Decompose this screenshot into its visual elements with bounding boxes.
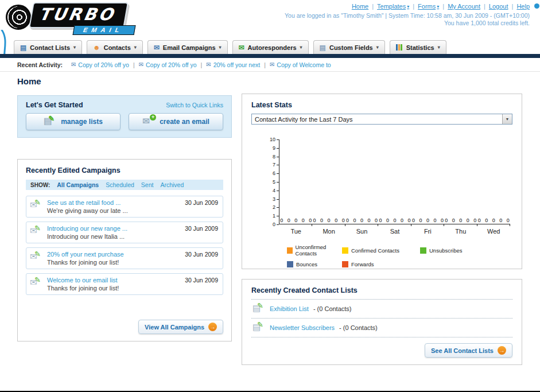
campaign-date: 30 Jun 2009 bbox=[185, 225, 218, 232]
tab-autoresponders[interactable]: ✉ Autoresponders ▾ bbox=[232, 40, 309, 54]
chart-category-label: Wed bbox=[477, 226, 510, 235]
legend-label: Bounces bbox=[296, 261, 317, 267]
turbo-email-logo[interactable]: TURBO EMAIL bbox=[6, 2, 161, 34]
contact-list-row[interactable]: ▤ ✎ Exhibition List - (0 Contacts) bbox=[251, 299, 512, 318]
stats-range-select[interactable]: Contact Activity for the Last 7 Days ▼ bbox=[251, 114, 512, 125]
recent-activity-item[interactable]: ✉ Copy of 20% off yo bbox=[139, 61, 197, 68]
recent-activity-item[interactable]: ✉ 20% off your next bbox=[206, 61, 260, 68]
contact-lists-title: Recently Created Contact Lists bbox=[251, 286, 512, 294]
legend-item: Confirmed Contacts bbox=[342, 244, 420, 257]
switch-quick-links-link[interactable]: Switch to Quick Links bbox=[166, 102, 223, 108]
chart-y-tick-label: 0 bbox=[273, 222, 279, 227]
tab-label: Contacts bbox=[104, 44, 131, 51]
header-link-forms[interactable]: Forms▾ bbox=[418, 3, 439, 10]
latest-stats-title: Latest Stats bbox=[251, 101, 512, 109]
tab-statistics[interactable]: Statistics ▾ bbox=[390, 40, 446, 54]
separator: | bbox=[442, 3, 444, 10]
campaign-title-link[interactable]: See us at the retail food ... bbox=[47, 199, 121, 206]
tab-contact-lists[interactable]: ▤ Contact Lists ▾ bbox=[14, 40, 82, 54]
legend-label: Forwards bbox=[351, 261, 374, 267]
campaigns-filter-bar: SHOW: All Campaigns Scheduled Sent Archi… bbox=[26, 180, 223, 190]
contact-list-count: - (0 Contacts) bbox=[313, 305, 352, 312]
legend-item: Forwards bbox=[342, 261, 420, 267]
filter-all-campaigns[interactable]: All Campaigns bbox=[57, 181, 99, 188]
logo-text-turbo: TURBO bbox=[29, 2, 129, 28]
chart-y-tick-label: 1 bbox=[273, 214, 279, 219]
campaign-title-link[interactable]: 20% off your next purchase bbox=[47, 251, 124, 258]
chart-y-tick-label: 5 bbox=[273, 180, 279, 185]
main-navigation: ▤ Contact Lists ▾ ☻ Contacts ▾ ✉ Email C… bbox=[0, 40, 540, 54]
legend-swatch bbox=[287, 261, 293, 267]
chart-value-labels: 0 0 0 0 0 bbox=[312, 218, 345, 223]
tab-label: Statistics bbox=[406, 44, 434, 51]
tab-label: Custom Fields bbox=[329, 44, 373, 51]
latest-stats-panel: Latest Stats Contact Activity for the La… bbox=[242, 94, 522, 269]
chart-value-labels: 0 0 0 0 0 bbox=[444, 218, 477, 223]
tab-contacts[interactable]: ☻ Contacts ▾ bbox=[87, 40, 143, 54]
campaign-row[interactable]: ✉ ✎ Welcome to our email list Thanks for… bbox=[26, 273, 223, 295]
contact-list-row[interactable]: ▤ ✎ Newsletter Subscribers - (0 Contacts… bbox=[251, 318, 512, 337]
envelope-edit-icon: ✉ ✎ bbox=[30, 200, 42, 211]
chart-x-labels: TueMonSunSatFriThuWed bbox=[279, 226, 510, 235]
login-status-text: You are logged in as "Timothy Smith" | S… bbox=[285, 12, 530, 19]
speedometer-icon bbox=[6, 5, 31, 30]
chart-y-tick-label: 10 bbox=[270, 137, 279, 142]
filter-archived[interactable]: Archived bbox=[160, 181, 184, 188]
chart-value-labels: 0 0 0 0 0 bbox=[477, 218, 510, 223]
filter-sent[interactable]: Sent bbox=[141, 181, 154, 188]
pencil-list-icon: ▤ ✎ bbox=[44, 117, 56, 127]
view-all-campaigns-button[interactable]: View All Campaigns → bbox=[138, 320, 223, 334]
chart-category-label: Fri bbox=[411, 226, 444, 235]
header-link-help[interactable]: Help bbox=[516, 3, 530, 10]
chart-value-labels: 0 0 0 0 0 bbox=[279, 218, 312, 223]
header-link-home[interactable]: Home bbox=[352, 3, 368, 10]
recent-campaigns-title: Recently Edited Campaigns bbox=[26, 166, 223, 174]
tab-email-campaigns[interactable]: ✉ Email Campaigns ▾ bbox=[147, 40, 228, 54]
tab-label: Contact Lists bbox=[30, 44, 70, 51]
campaign-row[interactable]: ✉ ✎ 20% off your next purchase Thanks fo… bbox=[26, 247, 223, 269]
contact-list-link[interactable]: Exhibition List bbox=[270, 305, 309, 312]
recent-activity-item[interactable]: ✉ Copy of 20% off yo bbox=[71, 61, 129, 68]
campaigns-list: ✉ ✎ See us at the retail food ... We're … bbox=[26, 196, 223, 295]
recent-activity-item[interactable]: ✉ Copy of Welcome to bbox=[270, 61, 331, 68]
separator: | bbox=[201, 61, 203, 68]
campaign-date: 30 Jun 2009 bbox=[185, 277, 218, 284]
campaign-subtitle: We're giving away our late ... bbox=[47, 207, 180, 214]
page-title: Home bbox=[17, 76, 41, 86]
header-link-my-account[interactable]: My Account bbox=[448, 3, 480, 10]
chart-category-label: Sun bbox=[345, 226, 378, 235]
see-all-contact-lists-button[interactable]: See All Contact Lists → bbox=[425, 343, 512, 358]
campaign-row[interactable]: ✉ ✎ Introducing our new range ... Introd… bbox=[26, 222, 223, 243]
chevron-down-icon: ▾ bbox=[438, 45, 440, 50]
manage-lists-button[interactable]: ▤ ✎ manage lists bbox=[26, 113, 121, 130]
campaign-title-link[interactable]: Introducing our new range ... bbox=[47, 225, 127, 232]
header-link-logout[interactable]: Logout bbox=[489, 3, 508, 10]
campaign-row[interactable]: ✉ ✎ See us at the retail food ... We're … bbox=[26, 196, 223, 218]
filter-scheduled[interactable]: Scheduled bbox=[106, 181, 134, 188]
separator: | bbox=[484, 3, 485, 10]
legend-label: Unsubscribes bbox=[429, 247, 463, 254]
chart-plot-area: 0 0 0 0 00 0 0 0 00 0 0 0 00 0 0 0 00 0 … bbox=[279, 139, 510, 224]
contact-list-link[interactable]: Newsletter Subscribers bbox=[270, 324, 335, 331]
separator: | bbox=[372, 3, 374, 10]
custom-fields-icon: ▤ bbox=[320, 44, 326, 51]
envelope-icon: ✉ bbox=[139, 61, 143, 68]
campaign-subtitle: Thanks for joining our list! bbox=[47, 285, 180, 292]
separator: | bbox=[413, 3, 414, 10]
campaign-title-link[interactable]: Welcome to our email list bbox=[47, 277, 118, 284]
corner-dot-decoration bbox=[534, 3, 539, 9]
chevron-down-icon: ▾ bbox=[73, 45, 76, 50]
contact-activity-chart: 109876543210 0 0 0 0 00 0 0 0 00 0 0 0 0… bbox=[264, 139, 510, 267]
select-dropdown-arrow-icon[interactable]: ▼ bbox=[502, 114, 512, 124]
envelope-icon: ✉ bbox=[270, 61, 274, 68]
chart-y-tick-label: 6 bbox=[273, 171, 279, 176]
header-link-templates[interactable]: Templates▾ bbox=[377, 3, 409, 10]
contact-lists-list: ▤ ✎ Exhibition List - (0 Contacts) ▤ ✎ N… bbox=[251, 299, 512, 337]
chart-category-label: Tue bbox=[279, 226, 312, 235]
logo-text-email: EMAIL bbox=[73, 25, 136, 35]
show-label: SHOW: bbox=[30, 182, 50, 188]
contacts-icon: ☻ bbox=[93, 44, 100, 51]
chevron-down-icon: ▾ bbox=[219, 45, 222, 50]
tab-custom-fields[interactable]: ▤ Custom Fields ▾ bbox=[313, 40, 385, 54]
create-email-button[interactable]: ✉ + create an email bbox=[129, 113, 223, 130]
